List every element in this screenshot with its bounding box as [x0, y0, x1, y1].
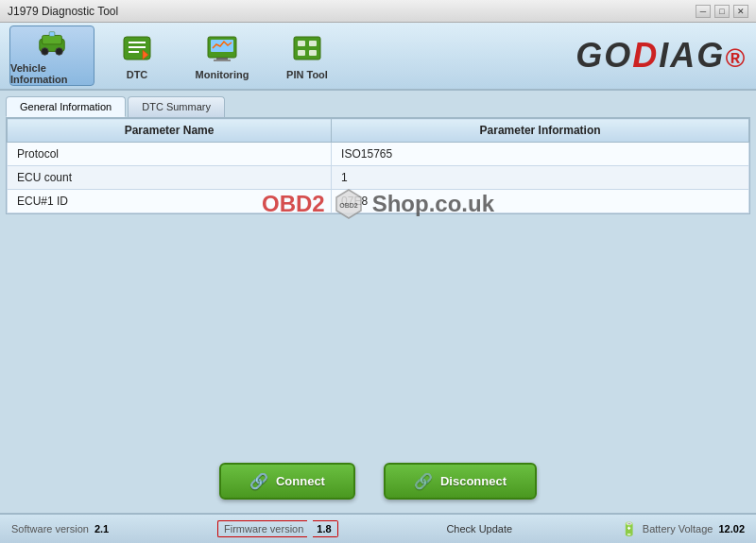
svg-rect-14 — [294, 37, 320, 59]
pin-tool-button[interactable]: PIN Tool — [265, 25, 350, 86]
vehicle-info-icon — [35, 26, 69, 59]
battery-value: 12.02 — [718, 523, 745, 535]
battery-voltage-section: 🔋 Battery Voltage 12.02 — [621, 521, 745, 536]
svg-rect-1 — [43, 35, 62, 43]
maximize-button[interactable]: □ — [714, 5, 730, 18]
parameter-table: Parameter Name Parameter Information Pro… — [7, 118, 749, 213]
monitoring-label: Monitoring — [196, 69, 249, 80]
tab-dtc-summary[interactable]: DTC Summary — [128, 96, 225, 117]
table-row: ECU#1 ID 07E8 — [8, 190, 749, 213]
main-area: General Information DTC Summary Paramete… — [0, 91, 756, 513]
footer: Software version 2.1 Firmware version 1.… — [0, 513, 756, 543]
logo: GODIAG® — [576, 36, 747, 76]
column-header-name: Parameter Name — [8, 119, 332, 143]
svg-rect-16 — [309, 41, 317, 46]
title-bar: J1979 Diagnostic Tool ─ □ ✕ — [0, 0, 756, 23]
param-value-ecu-count: 1 — [332, 166, 749, 190]
param-name-protocol: Protocol — [8, 143, 332, 166]
battery-icon: 🔋 — [621, 521, 637, 536]
check-update-label[interactable]: Check Update — [446, 523, 512, 535]
close-button[interactable]: ✕ — [733, 5, 748, 18]
button-bar: 🔗 Connect 🔗 Disconnect — [0, 457, 756, 505]
toolbar: Vehicle Information DTC Monitoring — [0, 23, 756, 91]
firmware-version-value: 1.8 — [313, 520, 337, 537]
table-row: ECU count 1 — [8, 166, 749, 190]
window-title: J1979 Diagnostic Tool — [8, 5, 118, 18]
pin-tool-icon — [290, 31, 324, 65]
dtc-label: DTC — [127, 69, 148, 80]
check-update-section[interactable]: Check Update — [446, 523, 512, 535]
svg-rect-17 — [298, 50, 305, 56]
connect-label: Connect — [276, 474, 325, 488]
disconnect-button[interactable]: 🔗 Disconnect — [384, 463, 537, 500]
pin-tool-label: PIN Tool — [286, 69, 328, 80]
vehicle-information-button[interactable]: Vehicle Information — [9, 25, 94, 86]
firmware-version-section: Firmware version 1.8 — [217, 520, 338, 537]
firmware-version-label: Firmware version — [217, 520, 307, 537]
minimize-button[interactable]: ─ — [696, 5, 711, 18]
param-value-ecu-id: 07E8 — [332, 190, 749, 213]
connect-button[interactable]: 🔗 Connect — [219, 463, 355, 500]
svg-point-2 — [42, 48, 49, 56]
table-row: Protocol ISO15765 — [8, 143, 749, 166]
software-version-value: 2.1 — [94, 523, 109, 535]
connect-icon: 🔗 — [249, 472, 268, 490]
column-header-info: Parameter Information — [332, 119, 749, 143]
param-name-ecu-count: ECU count — [8, 166, 332, 190]
monitoring-icon — [205, 31, 239, 65]
disconnect-label: Disconnect — [440, 474, 507, 488]
software-version-section: Software version 2.1 — [11, 523, 109, 535]
data-table-container: Parameter Name Parameter Information Pro… — [6, 117, 750, 214]
svg-point-3 — [56, 48, 63, 56]
tab-bar: General Information DTC Summary — [6, 96, 750, 117]
disconnect-icon: 🔗 — [414, 472, 433, 490]
monitoring-button[interactable]: Monitoring — [180, 25, 265, 86]
vehicle-info-label: Vehicle Information — [10, 62, 94, 85]
param-name-ecu-id: ECU#1 ID — [8, 190, 332, 213]
window-controls: ─ □ ✕ — [696, 5, 748, 18]
param-value-protocol: ISO15765 — [332, 143, 749, 166]
tab-general-information[interactable]: General Information — [6, 96, 126, 117]
svg-rect-12 — [216, 58, 228, 59]
dtc-button[interactable]: DTC — [94, 25, 180, 86]
svg-rect-13 — [214, 59, 231, 61]
software-version-label: Software version — [11, 523, 89, 535]
svg-rect-18 — [309, 50, 317, 56]
svg-rect-4 — [49, 32, 55, 37]
svg-rect-15 — [298, 41, 305, 46]
dtc-icon — [120, 31, 154, 65]
battery-label: Battery Voltage — [643, 523, 713, 535]
